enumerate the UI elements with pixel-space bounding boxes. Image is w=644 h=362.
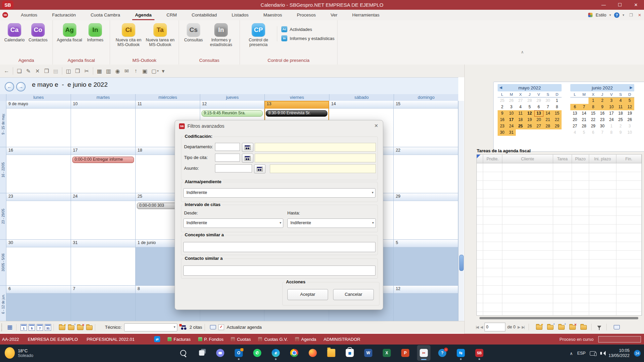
- calendar-next-button[interactable]: →: [16, 82, 26, 91]
- mini-day-19[interactable]: 19: [625, 110, 634, 117]
- calendar-prev-button[interactable]: ←: [5, 82, 14, 91]
- menu-ver[interactable]: Ver: [323, 10, 345, 19]
- mini-day-10[interactable]: 10: [625, 129, 634, 136]
- print-setup-icon[interactable]: ▥: [104, 68, 113, 74]
- day-cell-29[interactable]: 29: [394, 193, 458, 239]
- month-grid-view-icon[interactable]: ▦: [7, 324, 12, 330]
- ribbon-agenda-fiscal-button[interactable]: AgAgenda fiscal: [56, 22, 83, 43]
- alarma-select[interactable]: Indiferente ▾: [183, 188, 375, 198]
- delete-folder-icon[interactable]: ✕: [569, 325, 576, 330]
- mini-day-4[interactable]: 4: [516, 104, 525, 110]
- mini-day-26[interactable]: 26: [625, 117, 634, 123]
- mini-day-2[interactable]: 2: [598, 97, 607, 104]
- send-email-icon[interactable]: ✉: [122, 68, 131, 74]
- prev-month-icon[interactable]: ◀: [499, 85, 502, 90]
- mini-day-22[interactable]: 22: [588, 117, 598, 123]
- menu-crm[interactable]: CRM: [159, 10, 184, 19]
- ribbon-nueva-tarea-en-ms-outlook-button[interactable]: TaNueva tarea en MS-Outlook: [144, 22, 176, 48]
- mini-day-30[interactable]: 30: [543, 97, 552, 104]
- column-header-tarea[interactable]: Tarea: [553, 155, 572, 163]
- open-folder-icon[interactable]: ²: [547, 325, 553, 330]
- mini-day-22[interactable]: 22: [552, 117, 562, 123]
- file-explorer-icon[interactable]: [325, 345, 338, 361]
- mini-day-19[interactable]: 19: [525, 117, 534, 123]
- menu-herramientas[interactable]: Herramientas: [345, 10, 387, 19]
- menu-facturaci-n[interactable]: Facturación: [45, 10, 83, 19]
- day-cell-5[interactable]: 5: [394, 240, 458, 285]
- clock[interactable]: 10:05 13/05/2022: [608, 348, 630, 358]
- mini-day-27[interactable]: 27: [534, 123, 543, 129]
- mini-day-16[interactable]: 16: [598, 110, 607, 117]
- tecnico-select[interactable]: ▾: [124, 323, 177, 331]
- mini-day-18[interactable]: 18: [616, 110, 625, 117]
- scrollbar-thumb[interactable]: [479, 317, 638, 319]
- delete-folder-icon[interactable]: ✕: [77, 325, 83, 330]
- mini-day-5[interactable]: 5: [579, 129, 588, 136]
- mini-day-10[interactable]: 10: [607, 104, 616, 110]
- snipping-tool-icon[interactable]: ✂: [417, 345, 431, 361]
- mini-day-21[interactable]: 21: [579, 117, 588, 123]
- calendar-scrollbar[interactable]: [458, 101, 464, 321]
- new-folder-icon[interactable]: ✦: [59, 325, 65, 330]
- column-header-ini-plazo[interactable]: Ini. plazo: [589, 155, 616, 163]
- tipo-cita-input[interactable]: [215, 154, 240, 162]
- mini-day-25[interactable]: 25: [516, 123, 525, 129]
- desde-select[interactable]: Indiferente ▾: [183, 218, 283, 228]
- contacts-book-icon[interactable]: [210, 325, 216, 329]
- day-cell-6[interactable]: 6: [6, 286, 71, 322]
- tasks-hscrollbar[interactable]: [476, 316, 641, 320]
- mini-day-8[interactable]: 8: [588, 104, 598, 110]
- mini-day-29[interactable]: 29: [552, 123, 562, 129]
- search-citas-icon[interactable]: [181, 325, 187, 330]
- open-folder-alt-icon[interactable]: ²: [558, 325, 565, 330]
- mini-day-3[interactable]: 3: [607, 97, 616, 104]
- mini-day-6[interactable]: 6: [588, 129, 598, 136]
- volume-icon[interactable]: [600, 352, 602, 355]
- indicator-agenda[interactable]: Agenda: [295, 337, 316, 342]
- task-view-icon[interactable]: [195, 345, 209, 361]
- ribbon-informes-button[interactable]: InInformes: [83, 22, 107, 43]
- day-cell-15[interactable]: 15: [394, 101, 458, 147]
- teamviewer-status-icon[interactable]: ⇄: [154, 336, 160, 342]
- mini-day-27[interactable]: 27: [516, 97, 525, 104]
- view-1-days-button[interactable]: 1: [21, 324, 27, 331]
- day-cell-10[interactable]: 10: [71, 101, 136, 147]
- open-icon[interactable]: ❐: [42, 68, 51, 74]
- teams-chat-icon[interactable]: [214, 345, 227, 361]
- mini-day-9[interactable]: 9: [616, 129, 625, 136]
- folder-icon[interactable]: [580, 325, 587, 330]
- back-icon[interactable]: ←: [2, 68, 11, 74]
- ribbon-informes-y-estad-sticas-button[interactable]: InInformes y estadísticas: [205, 22, 237, 48]
- search-icon[interactable]: [177, 345, 190, 361]
- mini-day-10[interactable]: 10: [507, 110, 516, 117]
- sbgespro-icon[interactable]: SB: [473, 345, 486, 361]
- word-icon[interactable]: W: [362, 345, 375, 361]
- help-icon[interactable]: ?!: [436, 345, 449, 361]
- mini-day-9[interactable]: 9: [498, 110, 507, 117]
- mini-day-8[interactable]: 8: [552, 104, 562, 110]
- export-icon[interactable]: ↑: [131, 68, 140, 74]
- column-header-fin[interactable]: Fin.: [616, 155, 642, 163]
- mini-day-14[interactable]: 14: [579, 110, 588, 117]
- column-header-plazo[interactable]: Plazo: [572, 155, 589, 163]
- event-pill[interactable]: 0:00-0:00 Entregar informe: [72, 157, 134, 163]
- mini-day-28[interactable]: 28: [543, 123, 552, 129]
- contacts-book-icon[interactable]: [614, 325, 620, 329]
- mini-day-8[interactable]: 8: [607, 129, 616, 136]
- indicator-cuotas[interactable]: Cuotas: [231, 337, 251, 342]
- menu-contabilidad[interactable]: Contabilidad: [184, 10, 224, 19]
- weather-widget[interactable]: 18°C Soleado: [5, 347, 33, 359]
- menu-maestros[interactable]: Maestros: [256, 10, 290, 19]
- mini-day-24[interactable]: 24: [507, 123, 516, 129]
- mini-day-30[interactable]: 30: [598, 123, 607, 129]
- mini-day-15[interactable]: 15: [588, 110, 598, 117]
- paste-icon[interactable]: ❒: [73, 68, 82, 74]
- print-icon[interactable]: ▦: [95, 68, 104, 74]
- collapse-ribbon-button[interactable]: ∧: [521, 50, 524, 54]
- cut-icon[interactable]: ✂: [82, 68, 91, 74]
- mini-day-11[interactable]: 11: [516, 110, 525, 117]
- new-document-icon[interactable]: ❏: [15, 68, 24, 74]
- outlook-icon[interactable]: O: [232, 345, 246, 361]
- network-icon[interactable]: [590, 351, 596, 356]
- folder-icon[interactable]: [86, 325, 93, 330]
